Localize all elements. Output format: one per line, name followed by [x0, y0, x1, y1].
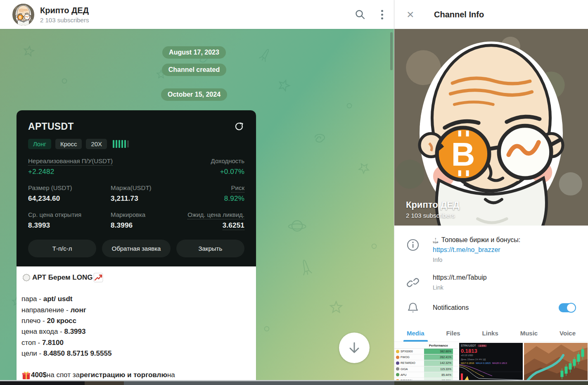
- info-rows: ↑TOP Топовые биржи и бонусы: https://t.m…: [394, 226, 588, 319]
- table-row: FWOG 262.41%: [394, 354, 458, 360]
- signal-lines: пара - apt/ usdt направление - лонг плеч…: [21, 294, 244, 359]
- info-row-about[interactable]: ↑TOP Топовые биржи и бонусы: https://t.m…: [394, 234, 588, 269]
- trade-symbol: APTUSDT: [28, 121, 74, 132]
- top-emoji: ↑TOP: [433, 237, 439, 244]
- reverse-order-button[interactable]: Обратная заявка: [102, 240, 170, 257]
- channel-info-pane: × Channel Info Крипто ДЕД 2 103 subscrib…: [394, 0, 588, 385]
- channel-subscribers: 2 103 subscribers: [40, 17, 355, 24]
- tab-media[interactable]: Media: [407, 330, 424, 342]
- speech-bubble-emoji: [21, 273, 31, 283]
- table-row: SPX6900 382.86%: [394, 349, 458, 354]
- message-title-text: APT Берем LONG: [32, 272, 92, 283]
- taskbar-segment: [394, 381, 588, 385]
- media-thumb-performance-table[interactable]: Performance SPX6900 382.86% FWOG 262.41%…: [394, 343, 458, 385]
- gift-emoji: [21, 371, 31, 380]
- coin-icon: [396, 361, 399, 365]
- coin-icon: [396, 373, 399, 376]
- about-caption: Info: [433, 257, 520, 263]
- media-grid: Performance SPX6900 382.86% FWOG 262.41%…: [394, 343, 588, 385]
- coin-icon: [396, 356, 399, 359]
- chat-header: Крипто ДЕД 2 103 subscribers: [0, 0, 394, 29]
- service-pill: Channel created: [162, 64, 226, 76]
- roi-value: +0.07%: [211, 168, 244, 176]
- liq-price-value: 3.6251: [223, 221, 244, 230]
- entry-price-label: Ср. цена открытия: [28, 211, 111, 218]
- channel-profile-photo[interactable]: Крипто ДЕД 2 103 subscribers: [394, 29, 588, 226]
- share-icon[interactable]: [234, 121, 244, 132]
- close-icon[interactable]: ×: [407, 8, 421, 21]
- date-badge[interactable]: October 15, 2024: [0, 88, 388, 101]
- chat-pane: Крипто ДЕД 2 103 subscribers E=mc²100 Au…: [0, 0, 394, 385]
- risk-label: Риск: [231, 184, 244, 192]
- profile-name: Крипто ДЕД: [406, 200, 460, 210]
- link-icon: [407, 276, 419, 289]
- tab-files[interactable]: Files: [446, 330, 460, 342]
- pnl-value: +2.2482: [28, 168, 211, 176]
- bell-icon: [407, 302, 419, 314]
- taskbar-segment: [85, 381, 124, 385]
- chart-up-emoji: [93, 273, 103, 283]
- promo-line: 400$ на спот за регистрацию и торговлю н…: [21, 370, 244, 380]
- leverage-bars-icon: [113, 140, 129, 148]
- desktop-taskbar-sliver: [0, 380, 588, 385]
- profile-subscribers: 2 103 subscribers: [406, 212, 460, 219]
- tpsl-button[interactable]: Т-п/с-л: [28, 240, 96, 257]
- notifications-label: Notifications: [433, 304, 559, 311]
- chat-scrollbar[interactable]: [390, 32, 393, 70]
- tab-music[interactable]: Music: [520, 330, 538, 342]
- tab-voice[interactable]: Voice: [560, 330, 576, 342]
- risk-value: 8.92%: [177, 195, 244, 203]
- info-icon: [407, 239, 419, 251]
- close-position-button[interactable]: Закрыть: [176, 240, 244, 257]
- channel-title: Крипто ДЕД: [40, 6, 355, 15]
- menu-kebab-icon[interactable]: [379, 8, 385, 21]
- scroll-to-bottom-button[interactable]: [339, 333, 370, 363]
- notifications-toggle[interactable]: [559, 303, 576, 312]
- search-icon[interactable]: [355, 9, 365, 20]
- message-bubble: APTUSDT Лонг Кросс 20X: [17, 110, 256, 385]
- toggle-knob: [566, 303, 576, 313]
- taskbar-segment: [0, 381, 85, 385]
- invite-link[interactable]: https://t.me/Tabuip: [433, 274, 487, 281]
- service-badge: Channel created: [0, 64, 388, 76]
- trade-card-image[interactable]: APTUSDT Лонг Кросс 20X: [17, 110, 256, 266]
- coin-icon: [396, 367, 399, 371]
- about-headline: Топовые биржи и бонусы:: [441, 236, 520, 244]
- pnl-label: Нереализованная П/У(USDT): [28, 157, 113, 166]
- info-panel-title: Channel Info: [434, 10, 484, 19]
- chat-body: E=mc²100 August 17, 2023 Channel created…: [0, 29, 394, 385]
- chart-timeframes: День 15мин 1Ч 4Ч 1Д: [459, 356, 523, 361]
- leverage-tag: 20X: [86, 139, 107, 149]
- media-thumb-trading-chart[interactable]: STRK/USDT-2.5% 0.1813 +0.13 USD День 15м…: [459, 343, 523, 385]
- margin-mode-tag: Кросс: [55, 139, 82, 149]
- coin-icon: [396, 350, 399, 353]
- size-label: Размер (USDT): [28, 184, 111, 191]
- margin-value: 3,211.73: [111, 195, 177, 203]
- channel-avatar[interactable]: [12, 4, 34, 26]
- info-row-link[interactable]: https://t.me/Tabuip Link: [394, 269, 588, 297]
- date-pill: October 15, 2024: [161, 88, 227, 101]
- chart-change-badge: -2.5%: [478, 345, 487, 347]
- chart-lines: [459, 364, 523, 381]
- profile-illustration: [394, 29, 588, 226]
- taskbar-segment: [124, 381, 394, 385]
- margin-label: Маржа(USDT): [111, 184, 177, 191]
- tab-links[interactable]: Links: [482, 330, 498, 342]
- chart-price: 0.1813: [459, 347, 523, 354]
- avatar-illustration: [12, 4, 34, 26]
- chat-header-meta[interactable]: Крипто ДЕД 2 103 subscribers: [40, 6, 355, 24]
- media-thumb-canyon-photo[interactable]: [524, 343, 588, 385]
- date-pill: August 17, 2023: [162, 46, 226, 59]
- shared-media-tabs: Media Files Links Music Voice: [394, 319, 588, 342]
- perf-header: Performance: [424, 343, 453, 348]
- date-badge[interactable]: August 17, 2023: [0, 46, 388, 59]
- mark-price-label: Маркировка: [111, 211, 177, 218]
- size-value: 64,234.60: [28, 195, 111, 203]
- canyon-illustration: [524, 343, 588, 384]
- table-row: APU 85.44%: [394, 372, 458, 378]
- table-row: RETARDIO 142.32%: [394, 360, 458, 366]
- notifications-row[interactable]: Notifications: [394, 297, 588, 319]
- telegram-window: Крипто ДЕД 2 103 subscribers E=mc²100 Au…: [0, 0, 588, 385]
- about-link[interactable]: https://t.me/no_brazzer: [433, 246, 520, 254]
- roi-label: Доходность: [211, 157, 244, 164]
